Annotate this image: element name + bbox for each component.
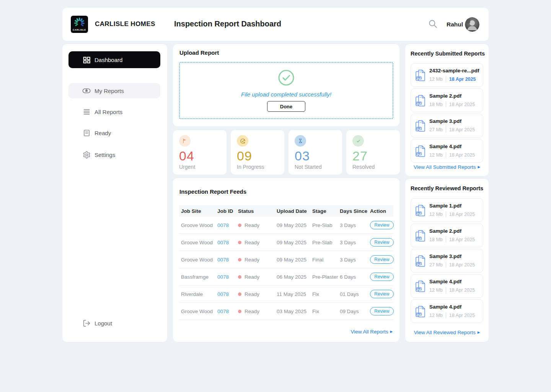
cell-stage: Pre-Slab (312, 222, 340, 228)
job-id-link[interactable]: 0078 (217, 257, 229, 263)
job-id-link[interactable]: 0078 (217, 274, 229, 280)
sidebar-item-settings[interactable]: Settings (68, 147, 160, 162)
cell-days-since: 3 Days (340, 257, 370, 263)
job-id-link[interactable]: 0078 (217, 222, 229, 228)
status-dot (238, 275, 241, 279)
file-name: 2432-sample-re...pdf (429, 68, 482, 74)
sidebar-item-label: Ready (95, 130, 111, 136)
dashboard-grid-icon (82, 56, 91, 64)
file-item[interactable]: 2432-sample-re...pdf 12 Mb18 Apr 2025 (411, 63, 483, 87)
cell-stage: Fix (312, 309, 340, 314)
col-action: Action (370, 208, 393, 214)
file-size: 18 Mb (429, 102, 443, 107)
file-size: 12 Mb (429, 152, 443, 158)
file-size: 12 Mb (429, 77, 443, 82)
arrow-right-icon: ▶ (390, 330, 393, 333)
feeds-title: Inspection Report Feeds (179, 188, 246, 195)
file-item[interactable]: Sample 4.pdf 12 Mb18 Apr 2025 (411, 274, 483, 298)
sidebar-item-all-reports[interactable]: All Reports (68, 104, 160, 119)
divider (446, 312, 446, 318)
file-item[interactable]: Sample 2.pdf 18 Mb18 Apr 2025 (411, 88, 483, 112)
review-button[interactable]: Review (370, 290, 394, 298)
cell-job-site: Riverdale (181, 291, 217, 297)
logout-button[interactable]: Logout (68, 315, 160, 331)
feeds-table: Job Site Job ID Status Upload Date Stage… (179, 205, 393, 320)
table-row: Groove Wood 0078 Ready 09 May 2025 Final… (179, 251, 393, 268)
view-all-reviewed-link[interactable]: View All Reviewed Reports ▶ (405, 330, 489, 335)
file-name: Sample 4.pdf (429, 144, 482, 149)
sidebar-item-ready[interactable]: Ready (68, 125, 160, 140)
file-size: 27 Mb (429, 127, 443, 132)
cell-job-site: Bassframge (181, 274, 217, 280)
cell-job-site: Groove Wood (181, 222, 217, 228)
sidebar-item-label: My Reports (95, 88, 124, 94)
file-name: Sample 2.pdf (429, 93, 482, 99)
file-size: 18 Mb (429, 237, 443, 242)
stat-value: 09 (237, 149, 252, 163)
pdf-file-icon (415, 145, 425, 159)
col-job-id: Job ID (217, 208, 238, 214)
pdf-file-icon (415, 280, 425, 294)
file-name: Sample 4.pdf (429, 279, 482, 284)
review-button[interactable]: Review (370, 238, 394, 247)
document-icon (82, 129, 91, 137)
cell-status: Ready (245, 257, 259, 263)
cell-upload-date: 06 May 2025 (277, 274, 312, 280)
file-item[interactable]: Sample 4.pdf 12 Mb18 Apr 2025 (411, 139, 483, 163)
cell-status: Ready (245, 240, 259, 245)
file-item[interactable]: Sample 3.pdf 27 Mb18 Apr 2025 (411, 249, 483, 273)
upload-dropzone[interactable]: File upload completed successfully! Done (179, 62, 393, 119)
stat-card-in-progress: 09 In Progress (231, 130, 284, 175)
sidebar: Dashboard My Reports All Reports (62, 44, 167, 342)
recently-submitted-reports: Recently Submitted Reports 2432-sample-r… (405, 44, 489, 176)
top-bar: CARLISLE CARLISLE HOMES Inspection Repor… (62, 8, 489, 41)
upload-report-title: Upload Report (179, 49, 219, 56)
divider (446, 101, 446, 107)
cell-status: Ready (245, 222, 259, 228)
table-row: Groove Wood 0078 Ready 03 May 2025 Fix 0… (179, 303, 393, 320)
view-all-submitted-link[interactable]: View All Submitted Reports ▶ (405, 164, 489, 170)
view-all-reports-link[interactable]: View All Reports ▶ (350, 329, 393, 335)
sidebar-item-dashboard[interactable]: Dashboard (68, 51, 160, 68)
cell-stage: Pre-Slab (312, 240, 340, 245)
sidebar-item-my-reports[interactable]: My Reports (68, 83, 160, 98)
job-id-link[interactable]: 0078 (217, 240, 229, 245)
job-id-link[interactable]: 0078 (217, 309, 229, 314)
cell-days-since: 09 Days (340, 309, 370, 314)
review-button[interactable]: Review (370, 221, 394, 229)
search-icon[interactable] (427, 18, 439, 30)
review-button[interactable]: Review (370, 255, 394, 264)
file-item[interactable]: Sample 3.pdf 27 Mb18 Apr 2025 (411, 114, 483, 137)
logout-icon (82, 319, 91, 327)
job-id-link[interactable]: 0078 (217, 291, 229, 297)
done-button[interactable]: Done (267, 101, 305, 112)
table-row: Riverdale 0078 Ready 11 May 2025 Fix 01 … (179, 286, 393, 303)
file-date: 18 Apr 2025 (449, 287, 475, 293)
stat-card-resolved: 27 Resolved (346, 130, 400, 175)
hourglass-icon (295, 135, 306, 147)
stat-value: 27 (352, 149, 368, 163)
cell-job-site: Groove Wood (181, 309, 217, 314)
sidebar-item-label: Settings (95, 152, 115, 158)
file-item[interactable]: Sample 4.pdf 12 Mb18 Apr 2025 (411, 299, 483, 323)
cell-days-since: 01 Days (340, 291, 370, 297)
review-button[interactable]: Review (370, 273, 394, 281)
file-item[interactable]: Sample 1.pdf 12 Mb18 Apr 2025 (411, 198, 483, 222)
file-size: 12 Mb (429, 212, 443, 217)
table-header-row: Job Site Job ID Status Upload Date Stage… (179, 205, 393, 217)
inspection-report-feeds: Inspection Report Feeds Job Site Job ID … (173, 178, 399, 342)
status-dot (238, 241, 241, 244)
file-item[interactable]: Sample 2.pdf 18 Mb18 Apr 2025 (411, 224, 483, 247)
pdf-file-icon (415, 94, 425, 108)
user-avatar[interactable] (465, 17, 479, 32)
cell-status: Ready (245, 274, 259, 280)
divider (446, 127, 446, 132)
file-date: 18 Apr 2025 (449, 313, 475, 318)
sidebar-item-label: Dashboard (95, 57, 122, 63)
arrow-right-icon: ▶ (478, 331, 480, 334)
file-date: 18 Apr 2025 (449, 262, 475, 268)
cell-upload-date: 09 May 2025 (277, 257, 312, 263)
review-button[interactable]: Review (370, 307, 394, 315)
stat-value: 04 (179, 149, 194, 163)
upload-success-message: File upload completed successfully! (241, 91, 331, 98)
